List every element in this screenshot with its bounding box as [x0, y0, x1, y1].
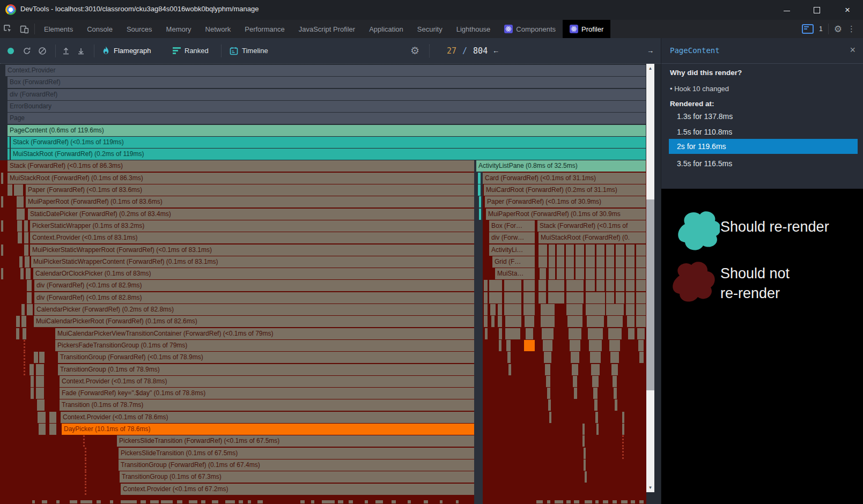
scroll-up-button[interactable]: ▲ [646, 64, 654, 73]
flame-bar-small[interactable] [626, 280, 635, 291]
flame-bar-small[interactable] [587, 316, 604, 327]
flame-bar-small[interactable] [571, 352, 579, 363]
flame-bar-small[interactable] [31, 388, 34, 399]
tab-ranked[interactable]: Ranked [173, 38, 209, 63]
tab-components[interactable]: Components [497, 20, 563, 38]
flame-bar-small[interactable] [20, 268, 24, 279]
flame-bar-small[interactable] [524, 340, 535, 351]
flame-bar-small[interactable] [557, 256, 564, 268]
flame-bar-stack[interactable]: Stack (ForwardRef) (<0.1ms of 86.3ms) [8, 160, 474, 172]
flame-bar-muistackroot[interactable]: MuiStackRoot (ForwardRef) (0.2ms of 119m… [11, 149, 646, 160]
flame-bar-small[interactable] [566, 292, 584, 303]
flame-bar-pickerstaticwrapper[interactable]: PickerStaticWrapper (0.1ms of 83.2ms) [30, 220, 474, 232]
flame-bar-small[interactable] [549, 412, 551, 423]
flame-bar-stack[interactable]: Stack (ForwardRef) (<0.1ms of 119ms) [11, 137, 646, 148]
flame-bar-small[interactable] [566, 304, 582, 315]
flame-bar-stack[interactable]: Stack (ForwardRef) (<0.1ms of [537, 220, 646, 232]
flame-bar-small[interactable] [547, 388, 550, 399]
flame-scrollbar[interactable]: ▲ ▼ [646, 64, 654, 492]
flame-bar-small[interactable] [549, 244, 555, 256]
tab-performance[interactable]: Performance [238, 20, 291, 38]
flame-bar-pagecontent[interactable]: PageContent (0.6ms of 119.6ms) [8, 125, 646, 136]
more-options-icon[interactable]: ⋮ [847, 24, 855, 34]
flame-bar-small[interactable] [37, 399, 45, 411]
flame-bar-small[interactable] [628, 328, 635, 339]
flame-bar-small[interactable] [626, 256, 635, 268]
flame-bar-small[interactable] [541, 304, 555, 315]
flame-bar-transitiongroup[interactable]: TransitionGroup (0.1ms of 78.9ms) [58, 364, 474, 375]
tab-console[interactable]: Console [80, 20, 120, 38]
flame-bar-small[interactable] [18, 232, 22, 243]
flame-bar-small[interactable] [539, 292, 546, 303]
flame-bar-context.provider[interactable]: Context.Provider (<0.1ms of 78.8ms) [60, 376, 474, 387]
flame-bar-context.provider[interactable]: Context.Provider (<0.1ms of 67.2ms) [121, 484, 474, 495]
flame-bar-small[interactable] [566, 256, 574, 268]
flame-bar-small[interactable] [478, 184, 481, 196]
tab-application[interactable]: Application [362, 20, 410, 38]
flame-bar-transitiongroup[interactable]: TransitionGroup (0.1ms of 67.3ms) [120, 471, 474, 483]
flame-bar-small[interactable] [622, 412, 624, 423]
render-time-item[interactable]: 1.3s for 137.8ms [669, 109, 858, 124]
flame-bar-small[interactable] [36, 388, 44, 399]
flame-bar-small[interactable] [545, 364, 550, 375]
flame-bar-small[interactable] [590, 352, 601, 363]
flame-bar-small[interactable] [539, 256, 547, 268]
flame-bar-small[interactable] [542, 328, 554, 339]
settings-gear-icon[interactable]: ⚙ [834, 24, 842, 35]
flame-bar-small[interactable] [584, 448, 586, 459]
flame-bar-small[interactable] [567, 316, 582, 327]
flame-bar-small[interactable] [636, 292, 646, 303]
profiler-settings-gear-icon[interactable]: ⚙ [410, 38, 419, 63]
flame-bar-small[interactable] [23, 328, 26, 339]
flame-bar-small[interactable] [595, 412, 598, 423]
flame-bar-small[interactable] [586, 304, 605, 315]
flame-bar-div[interactable]: div (ForwardRef) (<0.1ms of 82.9ms) [34, 280, 474, 291]
flame-bar-muista[interactable]: MuiSta… [495, 268, 535, 279]
flame-bar-page[interactable]: Page [8, 113, 646, 124]
flame-bar-muipaperroot[interactable]: MuiPaperRoot (ForwardRef) (0.1ms of 83.6… [26, 196, 474, 207]
flame-bar-small[interactable] [636, 256, 646, 268]
flame-bar-small[interactable] [523, 280, 535, 291]
flame-bar-small[interactable] [24, 244, 28, 256]
flame-bar-small[interactable] [572, 364, 578, 375]
scroll-down-button[interactable]: ▼ [646, 483, 654, 492]
flame-bar-small[interactable] [588, 328, 603, 339]
flame-bar-small[interactable] [548, 292, 564, 303]
flame-bar-small[interactable] [594, 399, 598, 411]
flame-bar-small[interactable] [505, 328, 520, 339]
flame-bar-muipaperroot[interactable]: MuiPaperRoot (ForwardRef) (0.1ms of 30.9… [486, 209, 646, 220]
record-button[interactable] [8, 38, 14, 63]
flame-bar-small[interactable] [576, 256, 584, 268]
flame-bar-transitiongroup[interactable]: TransitionGroup (ForwardRef) (0.1ms of 6… [119, 459, 474, 471]
flame-bar-small[interactable] [29, 364, 34, 375]
flame-bar-small[interactable] [24, 220, 28, 232]
flame-bar-small[interactable] [484, 292, 488, 303]
flame-bar-small[interactable] [548, 280, 564, 291]
flame-bar-small[interactable] [626, 292, 635, 303]
export-profile-icon[interactable] [77, 38, 85, 63]
flame-bar-card[interactable]: Card (ForwardRef) (<0.1ms of 31.1ms) [483, 173, 646, 184]
flame-bar-small[interactable] [586, 280, 595, 291]
flame-bar-small[interactable] [611, 364, 618, 375]
flame-bar-small[interactable] [622, 424, 624, 435]
flame-bar-small[interactable] [27, 280, 32, 291]
flame-bar-small[interactable] [596, 256, 604, 268]
flame-bar-small[interactable] [557, 268, 564, 279]
flame-bar-context.provider[interactable]: Context.Provider (<0.1ms of 78.6ms) [61, 412, 474, 423]
flame-bar-small[interactable] [596, 244, 604, 256]
flame-bar-small[interactable] [17, 220, 22, 232]
flame-bar-small[interactable] [507, 352, 511, 363]
flame-bar-small[interactable] [548, 399, 551, 411]
flame-bar-errorboundary[interactable]: ErrorBoundary [8, 101, 646, 112]
flame-bar-small[interactable] [523, 292, 535, 303]
flame-bar-daypicker[interactable]: DayPicker (10.1ms of 78.6ms) [62, 424, 474, 435]
flame-bar-activitylistpane[interactable]: ActivityListPane (0.8ms of 32.5ms) [476, 160, 646, 172]
flame-bar-small[interactable] [596, 268, 604, 279]
flame-bar-small[interactable] [616, 292, 624, 303]
flame-bar-small[interactable] [549, 256, 555, 268]
inspect-element-icon[interactable] [0, 20, 16, 38]
flame-bar-small[interactable] [36, 364, 44, 375]
flame-bar-small[interactable] [490, 304, 496, 315]
flame-bar-small[interactable] [543, 340, 552, 351]
flame-bar-small[interactable] [27, 292, 32, 303]
